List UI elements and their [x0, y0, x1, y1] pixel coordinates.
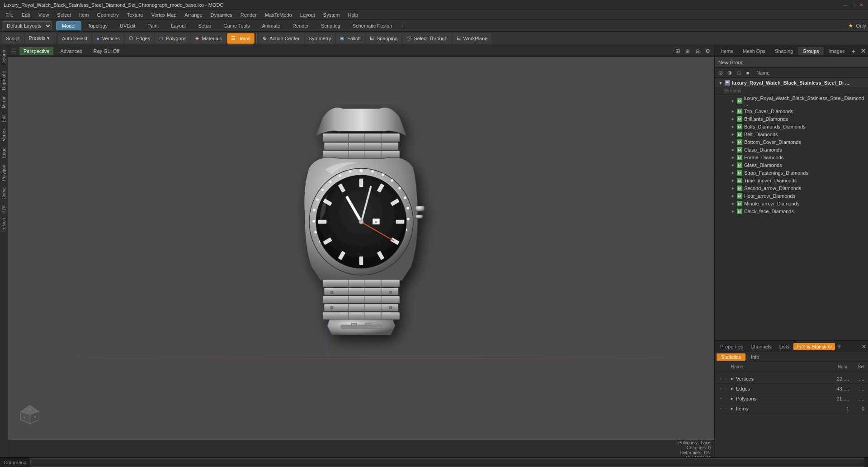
- list-item[interactable]: ► M Minute_arrow_Diamonds: [715, 200, 868, 208]
- tab-animate[interactable]: Animate: [256, 21, 286, 30]
- tab-channels[interactable]: Channels: [747, 343, 775, 350]
- sidebar-tab-vertex[interactable]: Vertex: [0, 126, 7, 144]
- materials-button[interactable]: ◈ Materials: [191, 33, 226, 44]
- stat-expand-vertices[interactable]: +: [718, 376, 723, 381]
- item-arrow[interactable]: ►: [731, 155, 735, 160]
- menu-layout[interactable]: Layout: [297, 11, 319, 19]
- tab-uvedit[interactable]: UVEdit: [114, 21, 141, 30]
- menu-system[interactable]: System: [320, 11, 344, 19]
- tab-lists[interactable]: Lists: [776, 343, 793, 350]
- tab-paint[interactable]: Paint: [142, 21, 165, 30]
- edges-button[interactable]: ⬡ Edges: [125, 33, 154, 44]
- tab-schematic-fusion[interactable]: Schematic Fusion: [347, 21, 398, 30]
- nav-cube[interactable]: T R L: [19, 404, 41, 425]
- right-panel-close[interactable]: ✕: [860, 47, 866, 55]
- menu-file[interactable]: File: [2, 11, 17, 19]
- stat-arrow-items[interactable]: ►: [730, 406, 734, 411]
- tab-shading[interactable]: Shading: [770, 47, 797, 55]
- select-through-button[interactable]: ◎ Select Through: [402, 33, 451, 44]
- stat-contract-items[interactable]: −: [724, 406, 728, 411]
- close-button[interactable]: ✕: [858, 2, 864, 8]
- item-arrow[interactable]: ►: [731, 194, 735, 198]
- list-item[interactable]: ► M Frame_Diamonds: [715, 154, 868, 162]
- tab-game-tools[interactable]: Game Tools: [217, 21, 256, 30]
- viewport-icon-settings[interactable]: ⚙: [703, 47, 712, 55]
- list-item[interactable]: ► M Hour_arrow_Diamonds: [715, 192, 868, 200]
- item-arrow[interactable]: ►: [731, 186, 735, 191]
- minimize-button[interactable]: —: [842, 2, 848, 8]
- list-item[interactable]: ► M Clasp_Diamonds: [715, 146, 868, 154]
- viewport-icon-zoom-out[interactable]: ⊖: [693, 47, 702, 55]
- list-item[interactable]: ► M Clock_face_Diamonds: [715, 208, 868, 215]
- add-bottom-tab-button[interactable]: +: [835, 343, 843, 350]
- list-item[interactable]: ► M Bolts_Diamonds_Diamonds: [715, 123, 868, 131]
- menu-texture[interactable]: Texture: [123, 11, 147, 19]
- stat-contract-edges[interactable]: −: [724, 386, 728, 391]
- viewport-icon-zoom-in[interactable]: ⊕: [684, 47, 692, 55]
- item-arrow[interactable]: ►: [731, 140, 735, 144]
- menu-render[interactable]: Render: [237, 11, 260, 19]
- item-arrow[interactable]: ►: [731, 117, 735, 121]
- menu-select[interactable]: Select: [53, 11, 75, 19]
- menu-view[interactable]: View: [35, 11, 53, 19]
- tab-render[interactable]: Render: [287, 21, 315, 30]
- viewport-canvas[interactable]: 8: [8, 57, 714, 440]
- stat-arrow-vertices[interactable]: ►: [730, 376, 734, 381]
- tab-info-statistics[interactable]: Info & Statistics: [793, 343, 835, 350]
- menu-arrange[interactable]: Arrange: [181, 11, 206, 19]
- stat-contract-polygons[interactable]: −: [724, 396, 728, 401]
- polygons-button[interactable]: ◻ Polygons: [155, 33, 190, 44]
- tab-images[interactable]: Images: [824, 47, 849, 55]
- menu-vertex-map[interactable]: Vertex Map: [148, 11, 180, 19]
- list-item[interactable]: ► M Glass_Diamonds: [715, 162, 868, 169]
- groups-icon-4[interactable]: ■: [744, 69, 752, 77]
- tab-groups[interactable]: Groups: [798, 47, 823, 55]
- menu-item[interactable]: Item: [75, 11, 92, 19]
- command-input[interactable]: [30, 458, 864, 467]
- maximize-button[interactable]: □: [850, 2, 856, 8]
- item-arrow[interactable]: ►: [731, 124, 735, 129]
- tree-root-expand[interactable]: ▼: [718, 81, 723, 86]
- action-center-button[interactable]: ⊕ Action Center: [259, 33, 304, 44]
- stat-expand-polygons[interactable]: +: [718, 396, 723, 401]
- sidebar-tab-edge[interactable]: Edge: [0, 145, 7, 161]
- view-advanced-button[interactable]: Advanced: [56, 47, 86, 55]
- tab-statistics-secondary[interactable]: Statistics: [717, 353, 745, 361]
- list-item[interactable]: ► M Brilliants_Diamonds: [715, 115, 868, 123]
- tab-topology[interactable]: Topology: [82, 21, 113, 30]
- item-arrow[interactable]: ►: [731, 209, 735, 214]
- menu-help[interactable]: Help: [344, 11, 362, 19]
- stat-arrow-edges[interactable]: ►: [730, 386, 734, 391]
- tab-info-secondary[interactable]: Info: [746, 353, 764, 361]
- tab-layout[interactable]: Layout: [165, 21, 192, 30]
- tab-model[interactable]: Model: [56, 21, 81, 30]
- layout-selector[interactable]: Default Layouts: [2, 21, 52, 30]
- list-item[interactable]: ► M Belt_Diamonds: [715, 131, 868, 138]
- list-item[interactable]: ► M Top_Cover_Diamonds: [715, 108, 868, 115]
- tab-setup[interactable]: Setup: [192, 21, 217, 30]
- list-item[interactable]: ► M luxury_Royal_Watch_Black_Stainless_S…: [715, 95, 868, 108]
- item-arrow[interactable]: ►: [731, 178, 735, 183]
- view-perspective-button[interactable]: Perspective: [19, 47, 53, 55]
- view-raygl-button[interactable]: Ray GL: Off: [89, 47, 123, 55]
- sidebar-tab-curve[interactable]: Curve: [0, 185, 7, 202]
- viewport-icon-fit[interactable]: ⊞: [674, 47, 682, 55]
- workplane-button[interactable]: ⊟ WorkPlane: [453, 33, 492, 44]
- snapping-button[interactable]: ⊞ Snapping: [366, 33, 402, 44]
- list-item[interactable]: ► M Strap_Fastenings_Diamonds: [715, 169, 868, 177]
- items-button[interactable]: ☰ Items: [227, 33, 255, 44]
- sidebar-tab-uv[interactable]: UV: [0, 203, 7, 214]
- item-arrow[interactable]: ►: [731, 132, 735, 137]
- groups-icon-2[interactable]: ◑: [726, 69, 734, 77]
- menu-edit[interactable]: Edit: [18, 11, 34, 19]
- add-right-tab-button[interactable]: +: [850, 48, 857, 55]
- item-arrow[interactable]: ►: [731, 171, 735, 175]
- sculpt-button[interactable]: Sculpt: [2, 33, 24, 44]
- tab-scripting[interactable]: Scripting: [315, 21, 346, 30]
- sidebar-tab-edit[interactable]: Edit: [0, 112, 7, 125]
- sidebar-tab-mirror[interactable]: Mirror: [0, 94, 7, 111]
- vertices-button[interactable]: ● Vertices: [92, 33, 124, 44]
- sidebar-tab-fusion[interactable]: Fusion: [0, 215, 7, 234]
- falloff-button[interactable]: ◉ Falloff: [336, 33, 365, 44]
- sidebar-tab-deform[interactable]: Deform: [0, 47, 7, 67]
